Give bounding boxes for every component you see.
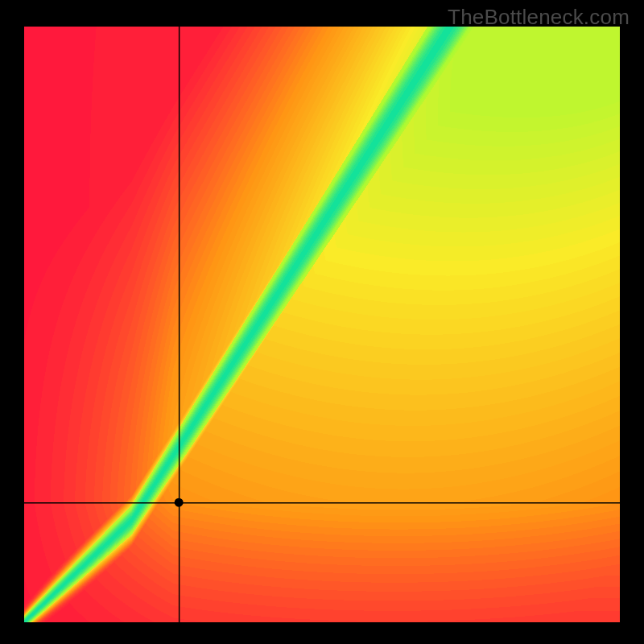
heatmap-canvas	[24, 27, 620, 622]
chart-frame: TheBottleneck.com	[0, 0, 644, 644]
